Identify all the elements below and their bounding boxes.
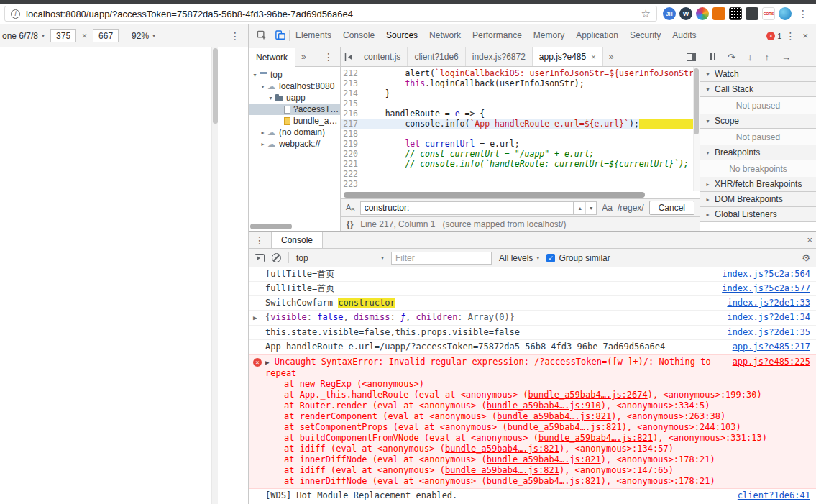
source-link[interactable]: index.js?2de1:34 [727,312,810,323]
source-link[interactable]: client?1de6:41 [738,490,810,501]
source-link[interactable]: bundle_a59bab4….js:821 [538,433,653,443]
pinwheel-extension-icon[interactable] [696,7,709,20]
line-number[interactable]: 219 [341,139,362,149]
source-link[interactable]: index.js?5c2a:577 [722,283,810,294]
viewport-width-field[interactable]: 375 [50,29,76,42]
search-input[interactable] [360,201,574,215]
source-link[interactable]: index.js?5c2a:564 [722,269,810,280]
editor-tab-client-1de6[interactable]: client?1de6 [408,47,465,66]
orange-extension-icon[interactable] [712,7,725,20]
devtools-tab-elements[interactable]: Elements [290,24,337,47]
scrollbar-thumb[interactable] [694,68,699,134]
line-number[interactable]: 220 [341,149,362,159]
editor-horizontal-scrollbar[interactable] [341,191,700,198]
editor-vertical-scrollbar[interactable] [693,67,700,191]
qr-extension-icon[interactable] [729,7,742,20]
source-link[interactable]: bundle_a59bab4….js:821 [487,454,601,464]
globe-extension-icon[interactable] [779,7,792,20]
cancel-button[interactable]: Cancel [649,201,694,215]
step-out-icon[interactable]: ↑ [764,52,769,62]
section-breakpoints[interactable]: ▾Breakpoints [700,145,816,160]
tree-item-localhost-8080[interactable]: ▾☁localhost:8080 [249,81,340,92]
devtools-close-icon[interactable]: × [799,30,812,41]
tree-item-no-domain[interactable]: ▸☁(no domain) [249,127,340,138]
source-link[interactable]: index.js?2de1:33 [727,298,810,308]
console-sidebar-icon[interactable] [255,254,265,262]
more-tabs-icon[interactable]: » [301,52,306,62]
device-select[interactable]: one 6/7/8▾ [2,31,45,41]
panel-toggle-icon[interactable] [683,53,700,61]
match-case-toggle[interactable]: Aa [602,203,613,213]
devtools-tab-sources[interactable]: Sources [380,24,423,47]
section-global-listeners[interactable]: ▸Global Listeners [700,207,816,222]
source-link[interactable]: app.js?e485:217 [733,342,810,352]
devtools-tab-console[interactable]: Console [337,24,380,47]
tree-item-accesst[interactable]: ?accessT… [249,104,340,115]
jh-extension-icon[interactable]: JH [663,7,676,20]
line-number[interactable]: 217 [341,119,362,129]
console-settings-icon[interactable]: ⚙ [802,252,810,263]
browser-menu-icon[interactable]: ⋮ [794,8,812,19]
zoom-select[interactable]: 92%▾ [132,31,155,41]
context-select[interactable]: top▾ [296,253,384,263]
source-link[interactable]: bundle_a59bab4….js:2674 [528,390,648,400]
previous-match-icon[interactable]: ▴ [574,202,585,214]
clear-console-icon[interactable] [272,253,281,262]
scrollbar-thumb[interactable] [213,48,218,124]
devtools-tab-memory[interactable]: Memory [528,24,570,47]
close-tab-icon[interactable]: × [591,52,595,61]
editor-tab-index-js-6872[interactable]: index.js?6872 [466,47,533,66]
devtools-tab-application[interactable]: Application [570,24,624,47]
url-text[interactable]: localhost:8080/uapp/?accessToken=75872da… [26,9,636,19]
source-link[interactable]: bundle_a59bab4….js:821 [445,465,559,475]
page-viewport[interactable] [0,47,248,504]
wikipedia-extension-icon[interactable]: W [679,7,692,20]
line-number[interactable]: 213 [341,78,362,88]
devtools-tab-audits[interactable]: Audits [666,24,702,47]
line-number[interactable]: 221 [341,159,362,169]
editor-tab-app-js-e485[interactable]: app.js?e485× [533,47,603,66]
line-number[interactable]: 218 [341,129,362,139]
source-link[interactable]: index.js?2de1:35 [727,327,810,338]
page-info-icon[interactable]: i [11,9,20,19]
device-toolbar-menu-icon[interactable]: ⋮ [226,30,244,42]
line-number[interactable]: 212 [341,68,362,78]
pretty-print-icon[interactable]: {} [347,219,353,229]
group-similar-checkbox[interactable]: ✓Group similar [546,253,610,263]
page-scrollbar[interactable] [211,47,218,504]
line-number[interactable]: 215 [341,98,362,109]
collapse-navigator-icon[interactable] [341,53,357,61]
devtools-tab-performance[interactable]: Performance [467,24,528,47]
devtools-tab-security[interactable]: Security [624,24,666,47]
source-link[interactable]: app.js?e485:225 [733,357,810,367]
source-link[interactable]: bundle_a59bab4….js:821 [445,444,559,454]
tree-item-bundle-a[interactable]: bundle_a… [249,115,340,127]
step-icon[interactable]: → [781,52,791,62]
more-editor-tabs-icon[interactable]: » [609,52,614,62]
device-mode-icon[interactable] [271,30,289,41]
expand-icon[interactable]: ▶ [253,314,257,321]
section-dom-breakpoints[interactable]: ▸DOM Breakpoints [700,192,816,207]
devtools-tab-network[interactable]: Network [423,24,467,47]
source-link[interactable]: bundle_a59bab4….js:821 [508,422,622,432]
section-scope[interactable]: ▾Scope [700,114,816,129]
console-filter-input[interactable] [391,252,492,265]
drawer-menu-icon[interactable]: ⋮ [251,234,268,246]
line-number[interactable]: 223 [341,179,362,189]
editor-tab-content-js[interactable]: content.js [357,47,408,66]
source-link[interactable]: bundle_a59bab4….js:821 [497,411,611,421]
tree-item-webpack[interactable]: ▸☁webpack:// [249,138,340,150]
cors-extension-icon[interactable]: CORS [762,7,775,20]
tree-item-uapp[interactable]: ▾uapp [249,92,340,104]
navigator-tab-network[interactable]: Network [249,48,295,67]
devtools-menu-icon[interactable]: ⋮ [781,30,799,42]
address-bar[interactable]: i localhost:8080/uapp/?accessToken=75872… [4,6,657,22]
line-number[interactable]: 216 [341,109,362,119]
scrollbar-thumb[interactable] [344,192,645,198]
log-level-select[interactable]: All levels▾ [499,253,539,263]
bookmark-star-icon[interactable]: ☆ [641,7,651,20]
code-editor[interactable]: 212 alert(`loginCallbackiOS: userInfoJso… [341,67,700,191]
tree-item-top[interactable]: ▾top [249,69,340,81]
drawer-close-icon[interactable]: × [803,234,816,245]
section-xhr-fetch-breakpoints[interactable]: ▸XHR/fetch Breakpoints [700,177,816,192]
